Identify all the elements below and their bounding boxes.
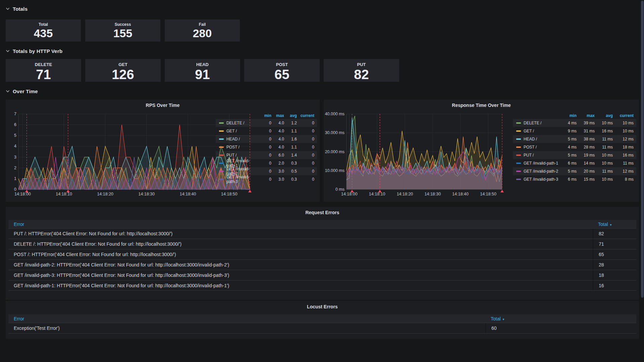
request-errors-table: Error Total▾ PUT /: HTTPError('404 Clien… [8,220,636,291]
legend-series-DELETE[interactable]: DELETE / [516,121,558,125]
stat-title: Success [115,22,131,27]
legend-series-HEAD[interactable]: HEAD / [219,137,259,141]
legend-avg-value: 1.1 [284,129,297,133]
legend-max-value: 19 ms [577,153,595,158]
legend-max-value: 2.0 [271,161,284,166]
series-color-swatch [219,171,224,172]
table-row: PUT /: HTTPError('404 Client Error: Not … [8,228,636,239]
rps-plot-area[interactable] [18,114,250,189]
chart-title: Response Time Over Time [324,103,639,108]
locust-errors-panel: Locust Errors Error Total▾ Exception('Te… [6,301,639,339]
stat-value: 126 [112,67,134,81]
legend-sort-min[interactable]: min [259,113,271,118]
legend-sort-avg[interactable]: avg [595,113,613,118]
table-row: DELETE /: HTTPError('404 Client Error: N… [8,239,636,249]
stat-value: 65 [274,67,289,81]
legend-series-GET-invalid-path-1[interactable]: GET /invalid-path-1 [516,161,558,166]
legend-series-POST[interactable]: POST / [516,145,558,149]
legend-series-PUT[interactable]: PUT / [219,153,259,158]
series-color-swatch [516,122,521,124]
legend-series-HEAD[interactable]: HEAD / [516,137,558,141]
legend-current-value: 0 [297,177,314,182]
section-header-overtime[interactable]: Over Time [6,87,639,95]
y-tick-label: 20.000 ms [325,149,344,154]
legend-sort-max[interactable]: max [271,113,284,118]
sort-desc-icon: ▾ [610,223,612,227]
legend-current-value: 0 [297,121,314,125]
legend-avg-value: 0.3 [284,177,297,182]
legend-sort-current[interactable]: current [613,113,634,118]
legend-series-GET[interactable]: GET / [516,129,558,133]
x-tick-label: 14:18:30 [425,192,441,196]
rps-over-time-panel: RPS Over Time 01234567 14:18:0014:18:101… [6,100,320,202]
legend-sort-avg[interactable]: avg [284,113,297,118]
response-time-plot-area[interactable] [346,114,502,189]
error-column-header[interactable]: Error [8,222,593,227]
legend-sort-current[interactable]: current [297,113,314,118]
stat-title: DELETE [35,62,52,67]
stat-title: PUT [357,62,366,67]
section-header-verbs[interactable]: Totals by HTTP Verb [6,47,639,55]
legend-avg-value: 16 ms [595,129,613,133]
total-column-header[interactable]: Total▾ [593,222,636,227]
x-tick-label: 14:18:40 [180,192,196,196]
x-tick-label: 14:18:10 [56,192,72,196]
legend-series-GET-invalid-path-3[interactable]: GET /invalid-path-3 [219,175,259,184]
x-tick-label: 14:18:00 [14,192,31,196]
legend-current-value: 10 ms [613,121,634,125]
series-color-swatch [219,163,224,164]
total-cell: 82 [593,229,636,239]
total-column-header[interactable]: Total▾ [485,316,636,321]
legend-row: PUT /06.01.40 [216,151,317,159]
legend-min-value: 6 ms [558,177,577,182]
y-tick-label: 6 [14,122,16,127]
x-tick-label: 14:18:20 [397,192,413,196]
series-color-swatch [219,122,224,124]
legend-sort-max[interactable]: max [577,113,595,118]
stat-value: 91 [195,67,210,81]
legend-min-value: 0 [259,153,271,158]
legend-max-value: 3.0 [271,177,284,182]
error-cell: GET /invalid-path-2: HTTPError('404 Clie… [8,262,593,267]
legend-current-value: 12 ms [613,137,634,141]
legend-avg-value: 1.2 [284,121,297,125]
legend-current-value: 8 ms [613,177,634,182]
total-cell: 65 [593,249,636,259]
legend-min-value: 5 ms [558,137,577,141]
legend-sort-min[interactable]: min [558,113,577,118]
stat-panel-get: GET126 [85,59,161,82]
series-color-swatch [219,138,224,140]
legend-min-value: 4 ms [558,145,577,149]
legend-header-row: minmaxavgcurrent [513,112,636,119]
error-cell: POST /: HTTPError('404 Client Error: Not… [8,252,593,257]
legend-max-value: 38 ms [577,137,595,141]
error-column-header[interactable]: Error [8,316,485,321]
legend-row: GET /invalid-path-25 ms20 ms11 ms12 ms [513,167,636,175]
legend-series-label: HEAD / [226,137,240,141]
legend-series-GET[interactable]: GET / [219,129,259,133]
legend-series-POST[interactable]: POST / [219,145,259,149]
legend-series-GET-invalid-path-2[interactable]: GET /invalid-path-2 [516,169,558,174]
y-tick-label: 7 [14,112,16,116]
legend-max-value: 6.0 [271,153,284,158]
legend-max-value: 4.0 [271,145,284,149]
vertical-scrollbar-thumb[interactable] [641,1,644,298]
legend-series-PUT[interactable]: PUT / [516,153,558,158]
legend-series-DELETE[interactable]: DELETE / [219,121,259,125]
legend-max-value: 20 ms [577,169,595,174]
sort-desc-icon: ▾ [503,317,504,321]
section-header-totals[interactable]: Totals [6,5,639,13]
legend-current-value: 0 [297,145,314,149]
legend-series-label: GET / [524,129,534,133]
legend-series-label: GET /invalid-path-3 [524,177,558,182]
total-cell: 28 [593,260,636,270]
stat-title: HEAD [196,62,209,67]
table-header-row: Error Total▾ [8,314,636,323]
table-title: Locust Errors [8,301,636,309]
legend-series-GET-invalid-path-3[interactable]: GET /invalid-path-3 [516,177,558,182]
legend-row: PUT /5 ms19 ms10 ms16 ms [513,151,636,159]
section-title: Over Time [13,88,38,94]
legend-series-label: POST / [524,145,537,149]
stat-panel-total: Total435 [6,19,81,42]
legend-min-value: 6 ms [558,161,577,166]
